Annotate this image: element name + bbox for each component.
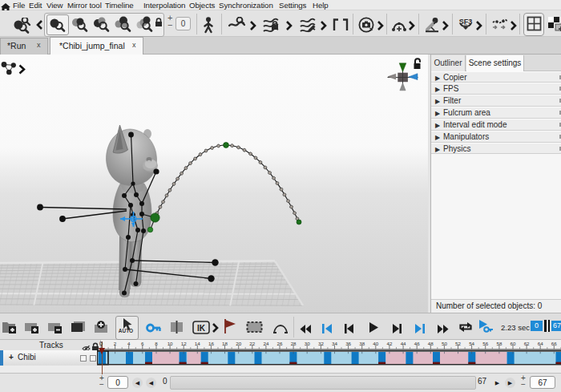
svg-text:18: 18 xyxy=(222,341,228,346)
svg-text:54: 54 xyxy=(469,341,474,346)
svg-text:64: 64 xyxy=(538,341,543,346)
svg-text:16: 16 xyxy=(208,341,214,346)
svg-text:44: 44 xyxy=(401,341,406,346)
svg-text:62: 62 xyxy=(524,341,530,346)
svg-text:48: 48 xyxy=(428,341,434,346)
svg-text:12: 12 xyxy=(181,341,187,346)
svg-text:42: 42 xyxy=(386,341,392,346)
svg-text:26: 26 xyxy=(277,341,283,346)
svg-text:46: 46 xyxy=(414,341,420,346)
svg-text:58: 58 xyxy=(496,341,502,346)
svg-text:22: 22 xyxy=(249,341,255,346)
svg-text:36: 36 xyxy=(345,341,351,346)
svg-text:20: 20 xyxy=(236,341,241,346)
svg-text:14: 14 xyxy=(195,341,200,346)
svg-text:50: 50 xyxy=(442,341,447,346)
svg-text:56: 56 xyxy=(482,341,488,346)
svg-text:28: 28 xyxy=(291,341,297,346)
svg-text:10: 10 xyxy=(167,341,173,346)
svg-text:30: 30 xyxy=(305,341,310,346)
svg-text:4: 4 xyxy=(127,341,131,346)
svg-text:IK: IK xyxy=(197,324,206,333)
svg-text:8: 8 xyxy=(155,341,158,346)
svg-text:60: 60 xyxy=(511,341,516,346)
svg-text:38: 38 xyxy=(359,341,365,346)
svg-text:40: 40 xyxy=(373,341,378,346)
svg-text:66: 66 xyxy=(551,341,557,346)
svg-text:AUTO: AUTO xyxy=(119,328,133,333)
svg-text:6: 6 xyxy=(141,341,144,346)
svg-text:34: 34 xyxy=(332,341,337,346)
svg-text:52: 52 xyxy=(455,341,461,346)
svg-text:32: 32 xyxy=(318,341,324,346)
svg-text:24: 24 xyxy=(263,341,268,346)
svg-text:2: 2 xyxy=(114,341,117,346)
